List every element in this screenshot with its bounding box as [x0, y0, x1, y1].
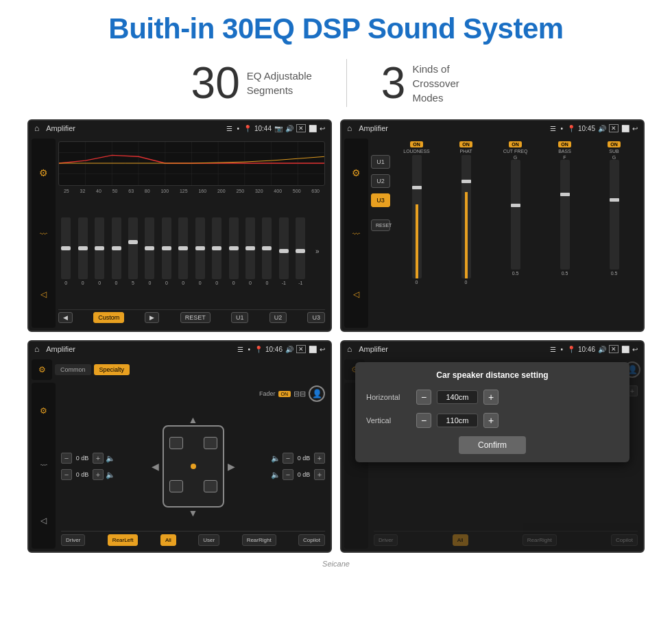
car-arrow-left[interactable]: ◀ — [152, 461, 159, 472]
cutfreq-on: ON — [509, 141, 522, 147]
spec-car-area: Fader ON ⊟⊟ 👤 − 0 dB + 🔈 — [58, 383, 328, 549]
eq-u3-btn[interactable]: U3 — [307, 312, 325, 323]
spec-icon-2[interactable]: 〰 — [40, 462, 47, 469]
spec-icon-3[interactable]: ◁ — [40, 516, 47, 525]
driver-btn[interactable]: Driver — [61, 534, 85, 546]
status-icons-tl: 📍 10:44 📷 🔊 ✕ ⬜ ↩ — [243, 124, 325, 132]
distance-dialog: Car speaker distance setting Horizontal … — [355, 362, 629, 462]
cross-main: U1 U2 U3 RESET ON LOUDNESS 0 — [368, 139, 640, 328]
time-tr: 10:45 — [578, 125, 595, 132]
vertical-label: Vertical — [366, 416, 411, 425]
screenshots-grid: ⌂ Amplifier ☰ • 📍 10:44 📷 🔊 ✕ ⬜ ↩ ⚙ 〰 ◁ — [0, 119, 672, 553]
eq-slider-2: 0 — [75, 217, 90, 285]
volume-icon-tr: 🔊 — [598, 125, 606, 132]
fl-minus-btn[interactable]: − — [61, 453, 72, 464]
spec-content: ⚙ Common Specialty ⚙ 〰 ◁ Fader ON ⊟⊟ — [29, 357, 331, 551]
fl-db-val: 0 dB — [74, 455, 91, 462]
page-header: Buith-in 30EQ DSP Sound System — [0, 0, 672, 52]
amplifier-title-tr: Amplifier — [359, 124, 546, 132]
spec-common-tab[interactable]: Common — [55, 364, 91, 375]
eq-slider-12: 0 — [243, 217, 258, 285]
car-diagram: ▲ ▼ ◀ ▶ — [119, 425, 267, 508]
eq-slider-1: 0 — [58, 217, 73, 285]
location-icon-bl: 📍 — [254, 346, 263, 353]
car-arrow-down[interactable]: ▼ — [189, 508, 198, 518]
rr-minus-btn[interactable]: − — [283, 469, 293, 480]
cross-u2-btn[interactable]: U2 — [371, 174, 390, 188]
eq-slider-11: 0 — [226, 217, 241, 285]
rr-plus-btn[interactable]: + — [314, 469, 325, 480]
amplifier-title-br: Amplifier — [359, 345, 546, 353]
status-bar-tr: ⌂ Amplifier ☰ • 📍 10:45 🔊 ✕ ⬜ ↩ — [341, 121, 643, 136]
watermark: Seicane — [0, 557, 672, 569]
user-btn[interactable]: User — [198, 534, 219, 546]
fader-on-btn[interactable]: ON — [278, 391, 291, 397]
rear-left-btn[interactable]: RearLeft — [108, 534, 139, 546]
spec-specialty-tab[interactable]: Specialty — [94, 364, 130, 375]
eq-main: 253240506380100125160200250320400500630 … — [56, 139, 328, 328]
user-icon[interactable]: 👤 — [309, 385, 325, 402]
vertical-plus-btn[interactable]: + — [483, 413, 499, 428]
spec-main-content: ⚙ 〰 ◁ Fader ON ⊟⊟ 👤 — [32, 383, 328, 549]
page-title: Buith-in 30EQ DSP Sound System — [0, 12, 672, 45]
cross-wave-icon[interactable]: 〰 — [352, 230, 360, 238]
eq-reset-btn[interactable]: RESET — [180, 312, 211, 323]
br-rear-right-btn: RearRight — [523, 534, 557, 546]
cross-channels: ON LOUDNESS 0 ON PHAT — [393, 141, 638, 325]
car-db-row: − 0 dB + 🔈 − 0 dB + 🔈 — [61, 425, 325, 508]
horizontal-minus-btn[interactable]: − — [416, 390, 431, 405]
all-btn[interactable]: All — [160, 534, 176, 546]
spec-sidebar-small: ⚙ — [32, 359, 52, 380]
fr-minus-btn[interactable]: − — [283, 453, 293, 464]
car-arrow-right[interactable]: ▶ — [228, 461, 235, 472]
eq-freq-labels: 253240506380100125160200250320400500630 — [58, 189, 325, 193]
cross-settings-icon[interactable]: ⚙ — [352, 167, 361, 178]
cross-u3-btn[interactable]: U3 — [371, 193, 390, 207]
cross-u1-btn[interactable]: U1 — [371, 155, 390, 169]
eq-u2-btn[interactable]: U2 — [269, 312, 287, 323]
bass-on: ON — [558, 141, 571, 147]
eq-settings-icon[interactable]: ⚙ — [39, 167, 48, 178]
spec-settings-icon[interactable]: ⚙ — [38, 365, 46, 374]
horizontal-value: 140cm — [437, 390, 478, 404]
horizontal-plus-btn[interactable]: + — [483, 390, 499, 405]
stats-row: 30 EQ Adjustable Segments 3 Kinds of Cro… — [0, 59, 672, 107]
home-icon-tl: ⌂ — [34, 123, 39, 133]
vertical-minus-btn[interactable]: − — [416, 413, 431, 428]
amplifier-title-tl: Amplifier — [46, 124, 222, 132]
spec-icon-1[interactable]: ⚙ — [40, 406, 47, 416]
menu-icon-tl: ☰ — [226, 125, 232, 132]
eq-stat: 30 EQ Adjustable Segments — [157, 61, 346, 105]
spec-tab-bar: ⚙ Common Specialty — [32, 359, 328, 380]
cross-sidebar: ⚙ 〰 ◁ — [344, 139, 368, 328]
cross-stat: 3 Kinds of Crossover Modes — [347, 61, 516, 105]
fr-plus-btn[interactable]: + — [314, 453, 325, 464]
fr-db-val: 0 dB — [296, 455, 312, 462]
eq-slider-15: -1 — [293, 217, 308, 285]
fl-plus-btn[interactable]: + — [93, 453, 104, 464]
eq-wave-icon[interactable]: 〰 — [40, 230, 47, 238]
volume-icon-bl: 🔊 — [285, 346, 293, 353]
rr-db-row: 🔈 − 0 dB + — [271, 469, 325, 480]
fl-speaker-icon: 🔈 — [106, 454, 115, 463]
car-arrow-up[interactable]: ▲ — [189, 414, 198, 425]
cross-reset-btn[interactable]: RESET — [371, 219, 390, 231]
left-db-controls: − 0 dB + 🔈 − 0 dB + 🔈 — [61, 453, 115, 480]
eq-u1-btn[interactable]: U1 — [231, 312, 249, 323]
cross-vol-icon[interactable]: ◁ — [353, 289, 359, 299]
rl-plus-btn[interactable]: + — [93, 469, 104, 480]
fr-db-row: 🔈 − 0 dB + — [271, 453, 325, 464]
eq-next-btn[interactable]: ▶ — [145, 312, 159, 323]
eq-prev-btn[interactable]: ◀ — [58, 312, 73, 323]
camera-icon-tl: 📷 — [274, 125, 283, 132]
eq-vol-icon[interactable]: ◁ — [40, 289, 47, 299]
rl-minus-btn[interactable]: − — [61, 469, 72, 480]
eq-controls: ◀ Custom ▶ RESET U1 U2 U3 — [58, 309, 325, 325]
menu-icon-br: ☰ — [550, 346, 556, 353]
br-copilot-btn: Copilot — [611, 534, 638, 546]
status-icons-tr: 📍 10:45 🔊 ✕ ⬜ ↩ — [567, 124, 638, 132]
copilot-btn[interactable]: Copilot — [298, 534, 325, 546]
cutfreq-label: CUT FREQ — [503, 149, 528, 154]
rear-right-btn[interactable]: RearRight — [242, 534, 276, 546]
confirm-button[interactable]: Confirm — [459, 436, 526, 454]
